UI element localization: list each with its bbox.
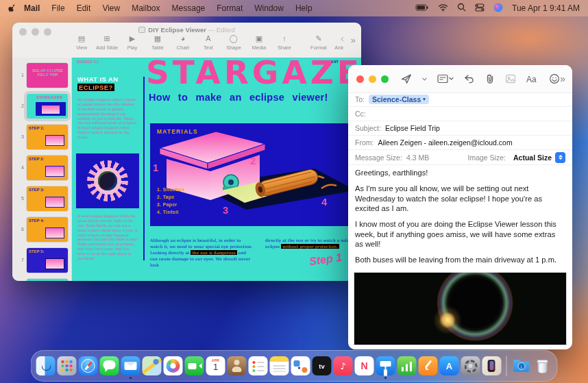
search-icon[interactable] [457, 3, 466, 14]
slide-thumbnail-4[interactable]: STEP 2: [27, 156, 68, 180]
photo-icon[interactable] [505, 71, 516, 87]
dock-mail-icon[interactable] [121, 356, 140, 375]
slide-navigator[interactable]: 1SOLAR ECLIPSE FIELD TRIP2STARGAZER3STEP… [12, 58, 72, 281]
eclipse-photo-attachment[interactable] [354, 272, 567, 345]
menu-format[interactable]: Format [217, 3, 243, 13]
slide-number: 2 [12, 103, 27, 108]
menu-window[interactable]: Window [254, 3, 284, 13]
menu-view[interactable]: View [102, 3, 120, 13]
slide-row-1: 1SOLAR ECLIPSE FIELD TRIP [12, 60, 71, 90]
toolbar-label: View [76, 45, 87, 51]
dock-news-icon[interactable]: N [355, 356, 374, 375]
dock-photos-icon[interactable] [164, 356, 183, 375]
subject-field[interactable]: Subject: Eclipse Field Trip [348, 121, 572, 136]
apple-logo-icon[interactable] [8, 3, 17, 13]
dock-music-icon[interactable]: ♪ [334, 356, 353, 375]
dock-appletv-icon[interactable]: tv [313, 356, 332, 375]
menu-mailbox[interactable]: Mailbox [132, 3, 160, 13]
dock-appstore-icon[interactable]: A [440, 356, 459, 375]
slide-thumbnail-2[interactable]: STARGAZER [27, 94, 68, 119]
slide-caption-right: directly at the sun or try to watch a so… [265, 237, 361, 249]
slide-subtitle: How to make an eclipse viewer! [149, 92, 328, 103]
header-fields-icon[interactable] [437, 71, 454, 87]
menu-help[interactable]: Help [295, 3, 313, 13]
menu-mail[interactable]: Mail [24, 3, 40, 13]
toolbar-table[interactable]: ▦Table [149, 34, 167, 51]
toolbar-media[interactable]: ▣Media [250, 34, 268, 51]
dock-iphone-icon[interactable] [482, 356, 502, 375]
toolbar-animate[interactable]: ◇Animate [335, 34, 343, 51]
toolbar-label: Add Slide [96, 45, 118, 51]
control-center-icon[interactable] [475, 3, 485, 14]
dock-calendar-icon[interactable]: APR1 [206, 356, 225, 375]
document-icon [138, 27, 145, 33]
chevron-down-icon[interactable] [421, 71, 428, 87]
to-field[interactable]: To: Science-Class▾ [348, 92, 572, 107]
toolbar-play[interactable]: ▶Play [123, 34, 141, 51]
menu-edit[interactable]: Edit [77, 3, 91, 13]
toolbar-share[interactable]: ↑Share [275, 34, 293, 51]
image-size-dropdown[interactable] [555, 152, 565, 163]
dock-safari-icon[interactable] [79, 356, 98, 375]
toolbar-view[interactable]: ▤View [73, 34, 90, 51]
slide-thumbnail-3[interactable]: STEP 1: [27, 125, 68, 149]
siri-icon[interactable] [493, 3, 503, 14]
slide-thumbnail-8[interactable]: DID YOU KNOW [27, 279, 68, 282]
emoji-icon[interactable] [549, 71, 560, 87]
attach-icon[interactable] [485, 71, 495, 87]
send-icon[interactable] [401, 71, 412, 87]
dock-numbers-icon[interactable] [397, 356, 417, 375]
view-icon: ▤ [78, 34, 85, 44]
reply-icon[interactable] [463, 71, 475, 87]
slide-thumbnail-1[interactable]: SOLAR ECLIPSE FIELD TRIP [27, 63, 68, 88]
dock-reminders-icon[interactable] [249, 356, 268, 375]
dock-pages-icon[interactable] [419, 356, 438, 375]
dock-freeform-icon[interactable] [291, 356, 310, 375]
dock-downloads-icon[interactable]: ↓ [512, 356, 531, 375]
toolbar-chart[interactable]: ◕Chart [174, 34, 192, 51]
material-number-3: 3 [223, 204, 228, 216]
dock-notes-icon[interactable] [270, 356, 289, 375]
toolbar-text[interactable]: AText [199, 34, 217, 51]
wifi-icon[interactable] [438, 3, 448, 14]
message-paragraph: I know most of you are doing the Eclipse… [355, 219, 565, 249]
battery-icon[interactable] [415, 3, 429, 14]
format-text-icon[interactable]: Aa [526, 71, 539, 87]
dock-maps-icon[interactable] [143, 356, 162, 375]
dock-messages-icon[interactable] [100, 356, 119, 375]
slide-corner-label-left: SCIENCE 4.2 [77, 60, 99, 64]
toolbar-label: Share [278, 45, 291, 51]
material-number-2: 2 [250, 155, 256, 166]
recipient-token[interactable]: Science-Class▾ [369, 95, 429, 104]
slide-thumbnail-label: SOLAR ECLIPSE FIELD TRIP [29, 69, 66, 77]
slide-row-8: 8DID YOU KNOW [12, 275, 71, 281]
toolbar-shape[interactable]: ◯Shape [225, 34, 243, 51]
dock-trash-icon[interactable] [533, 356, 552, 375]
message-paragraph: As I'm sure you all know, we will be set… [355, 184, 565, 213]
menu-message[interactable]: Message [172, 3, 206, 13]
dock-keynote-icon[interactable] [376, 356, 395, 375]
slide-thumbnail-7[interactable]: STEP 5: [27, 248, 68, 273]
dock-finder-icon[interactable] [36, 356, 56, 375]
message-paragraph: Greetings, earthlings! [355, 168, 565, 177]
slide-canvas[interactable]: SCIENCE 4.2 EXPERIMENT #11 WHAT IS AN EC… [72, 58, 361, 281]
sun-illustration-box [76, 153, 139, 208]
menu-bar: MailFileEditViewMailboxMessageFormatWind… [0, 0, 588, 16]
mail-traffic-lights[interactable] [356, 75, 389, 83]
dock-contacts-icon[interactable] [228, 356, 247, 375]
menu-file[interactable]: File [51, 3, 64, 13]
dock-facetime-icon[interactable] [185, 356, 204, 375]
from-field[interactable]: From: Aileen Zeigen - aileen.zeigen@iclo… [348, 136, 572, 150]
toolbar-overflow-icon[interactable]: » [351, 35, 356, 45]
slide-thumbnail-label: STEP 1: [29, 126, 66, 130]
dock-settings-icon[interactable] [461, 356, 480, 375]
mail-toolbar: Aa » [348, 65, 572, 93]
menu-clock[interactable]: Tue Apr 1 9:41 AM [512, 3, 580, 13]
slide-thumbnail-5[interactable]: STEP 3: [27, 186, 68, 211]
mail-toolbar-overflow-icon[interactable]: » [560, 73, 565, 84]
slide-thumbnail-6[interactable]: STEP 4: [27, 217, 68, 242]
toolbar-format[interactable]: ✎Format [310, 34, 328, 51]
toolbar-add-slide[interactable]: ⊞Add Slide [98, 34, 116, 51]
cc-field[interactable]: Cc: [348, 107, 572, 121]
dock-launchpad-icon[interactable] [58, 356, 77, 375]
